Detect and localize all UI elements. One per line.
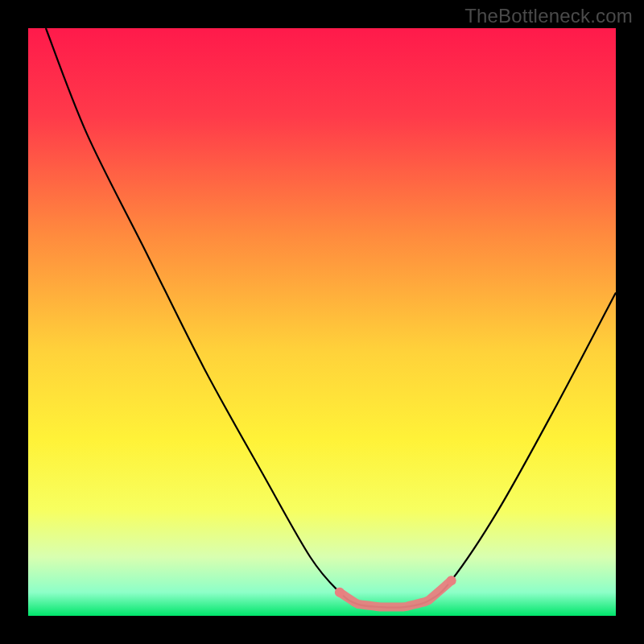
highlight-endcap: [335, 588, 345, 597]
bottleneck-curve-chart: [0, 0, 644, 644]
watermark-text: TheBottleneck.com: [464, 5, 633, 27]
gradient-background: [28, 28, 616, 616]
highlight-endcap: [447, 576, 456, 585]
chart-frame: TheBottleneck.com: [0, 0, 644, 644]
